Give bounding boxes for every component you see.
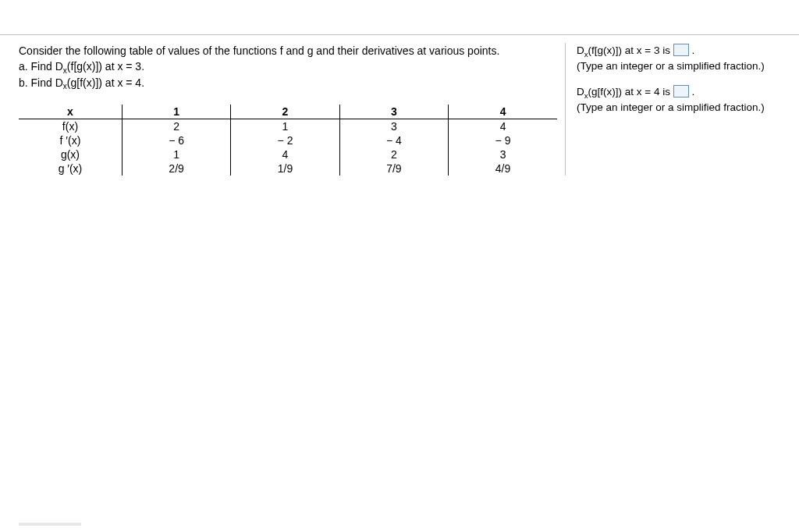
cell: 2 <box>339 147 448 161</box>
header-3: 3 <box>339 105 448 119</box>
cell: − 9 <box>449 133 557 147</box>
values-table: x 1 2 3 4 f(x) 2 1 3 4 f ′(x) − 6 <box>19 105 557 176</box>
table-row: g(x) 1 4 2 3 <box>19 147 557 161</box>
part-a-rest: (f[g(x)]) at x = 3. <box>67 60 144 73</box>
answer-a-input[interactable] <box>673 44 689 56</box>
problem-statement: Consider the following table of values o… <box>19 43 557 90</box>
problem-intro: Consider the following table of values o… <box>19 44 499 57</box>
table-header-row: x 1 2 3 4 <box>19 105 557 119</box>
row-label-gx: g(x) <box>19 147 122 161</box>
answer-column: Dx(f[g(x)]) at x = 3 is . (Type an integ… <box>565 43 780 176</box>
answer-a-hint: (Type an integer or a simplified fractio… <box>577 60 765 72</box>
answer-b-suffix: . <box>692 86 695 98</box>
cell: 1/9 <box>231 161 339 176</box>
row-label-gpx: g ′(x) <box>19 161 122 176</box>
header-x: x <box>19 105 122 119</box>
table-row: f(x) 2 1 3 4 <box>19 119 557 133</box>
cell: 4 <box>449 119 557 133</box>
header-4: 4 <box>449 105 557 119</box>
header-1: 1 <box>122 105 230 119</box>
answer-b-block: Dx(g[f(x)]) at x = 4 is . (Type an integ… <box>577 84 780 115</box>
cell: 3 <box>449 147 557 161</box>
answer-a-block: Dx(f[g(x)]) at x = 3 is . (Type an integ… <box>577 43 780 73</box>
cell: 3 <box>339 119 448 133</box>
cell: − 6 <box>122 133 230 147</box>
table-row: f ′(x) − 6 − 2 − 4 − 9 <box>19 133 557 147</box>
cell: 7/9 <box>339 161 448 176</box>
answer-a-prefix: D <box>577 44 584 56</box>
table-row: g ′(x) 2/9 1/9 7/9 4/9 <box>19 161 557 176</box>
answer-b-input[interactable] <box>673 85 689 98</box>
cell: 2 <box>122 119 230 133</box>
content-wrap: Consider the following table of values o… <box>0 35 799 176</box>
answer-b-prefix: D <box>577 86 584 98</box>
row-label-fx: f(x) <box>19 119 122 133</box>
part-b-prefix: b. Find D <box>19 76 63 89</box>
cell: 1 <box>122 147 230 161</box>
header-2: 2 <box>231 105 339 119</box>
part-a-prefix: a. Find D <box>19 60 63 73</box>
part-b-rest: (g[f(x)]) at x = 4. <box>67 76 144 89</box>
cell: − 4 <box>339 133 448 147</box>
question-column: Consider the following table of values o… <box>19 43 565 176</box>
cell: 1 <box>231 119 339 133</box>
cell: 2/9 <box>122 161 230 176</box>
cell: 4 <box>231 147 339 161</box>
answer-b-hint: (Type an integer or a simplified fractio… <box>577 101 765 113</box>
answer-a-mid: (f[g(x)]) at x = 3 is <box>588 44 673 56</box>
answer-b-mid: (g[f(x)]) at x = 4 is <box>588 86 673 98</box>
cell: 4/9 <box>449 161 557 176</box>
answer-a-suffix: . <box>692 44 695 56</box>
cell: − 2 <box>231 133 339 147</box>
row-label-fpx: f ′(x) <box>19 133 122 147</box>
